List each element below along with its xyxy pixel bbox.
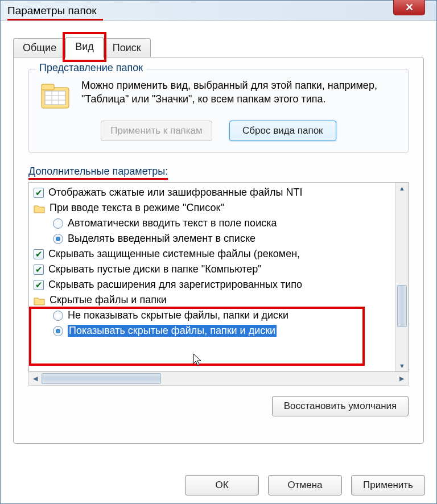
reset-folders-button[interactable]: Сброс вида папок [229,121,336,141]
svg-rect-2 [45,91,65,105]
svg-rect-1 [42,84,54,90]
list-item-label: Отображать сжатые или зашифрованные файл… [48,187,302,199]
ok-button[interactable]: ОК [185,475,259,495]
advanced-settings-label: Дополнительные параметры: [28,166,168,180]
annotation-underline [7,19,103,20]
scroll-thumb[interactable] [397,285,407,327]
scroll-up-arrow-icon[interactable]: ▲ [396,183,408,194]
scroll-thumb[interactable] [42,373,161,384]
list-item-label: Скрывать расширения для зарегистрированн… [48,279,302,291]
list-item: Скрытые файлы и папки [31,292,406,308]
list-item: При вводе текста в режиме "Список" [31,200,406,216]
tab-search[interactable]: Поиск [103,38,151,57]
dialog-window: Параметры папок ✕ Общие Вид Поиск Предст… [0,0,437,504]
list-item-label: Показывать скрытые файлы, папки и диски [68,325,277,337]
folder-view-desc: Можно применить вид, выбранный для этой … [81,79,398,110]
apply-to-folders-button: Применить к папкам [101,121,212,141]
tab-general[interactable]: Общие [13,38,66,57]
tab-label: Поиск [113,42,141,53]
close-icon: ✕ [405,1,414,14]
tab-bar: Общие Вид Поиск [13,37,424,57]
horizontal-scrollbar[interactable]: ◀ ▶ [28,372,409,386]
checkbox[interactable] [34,249,44,259]
list-item[interactable]: Не показывать скрытые файлы, папки и дис… [31,308,406,323]
folder-icon [34,295,45,305]
group-label: Представление папок [36,62,146,74]
list-item-label: Скрывать пустые диски в папке "Компьютер… [48,263,262,275]
checkbox[interactable] [34,280,44,290]
radio[interactable] [53,234,63,244]
list-item[interactable]: Автоматически вводить текст в поле поиск… [31,216,406,231]
title-bar: Параметры папок [1,1,436,21]
window-title: Параметры папок [7,5,97,17]
list-item-label: Скрывать защищенные системные файлы (рек… [48,248,300,260]
scroll-down-arrow-icon[interactable]: ▼ [396,360,408,371]
folder-view-group: Представление папок Можно пр [28,69,409,153]
advanced-settings-list[interactable]: Отображать сжатые или зашифрованные файл… [28,182,409,372]
list-item-label: Автоматически вводить текст в поле поиск… [68,217,277,229]
close-button[interactable]: ✕ [393,0,425,15]
dialog-body: Общие Вид Поиск Представление папок [1,21,436,452]
folder-settings-icon [39,79,71,110]
list-item[interactable]: Скрывать расширения для зарегистрированн… [31,277,406,292]
list-item[interactable]: Скрывать защищенные системные файлы (рек… [31,246,406,262]
list-item-label: При вводе текста в режиме "Список" [50,202,224,214]
list-item[interactable]: Отображать сжатые или зашифрованные файл… [31,185,406,200]
tab-content: Представление папок Можно пр [13,57,424,444]
list-item[interactable]: Скрывать пустые диски в папке "Компьютер… [31,262,406,277]
checkbox[interactable] [34,265,44,275]
dialog-footer: ОК Отмена Применить [185,475,425,495]
apply-button[interactable]: Применить [351,475,425,495]
checkbox[interactable] [34,188,44,198]
scroll-right-arrow-icon[interactable]: ▶ [395,375,408,382]
tab-label: Вид [75,41,94,52]
list-item-label: Не показывать скрытые файлы, папки и дис… [68,309,288,321]
list-item-label: Скрытые файлы и папки [50,294,167,306]
list-item-show-hidden[interactable]: Показывать скрытые файлы, папки и диски [31,323,406,338]
list-item[interactable]: Выделять введенный элемент в списке [31,231,406,246]
cursor-icon [193,353,203,367]
radio[interactable] [53,218,63,229]
cancel-button[interactable]: Отмена [268,475,342,495]
tab-view[interactable]: Вид [65,37,104,57]
radio[interactable] [53,326,63,336]
restore-defaults-button[interactable]: Восстановить умолчания [272,396,409,416]
tab-label: Общие [23,42,56,53]
folder-icon [34,203,45,213]
list-item-label: Выделять введенный элемент в списке [68,233,255,245]
radio[interactable] [53,311,63,321]
vertical-scrollbar[interactable]: ▲ ▼ [395,183,408,371]
scroll-left-arrow-icon[interactable]: ◀ [29,375,42,382]
